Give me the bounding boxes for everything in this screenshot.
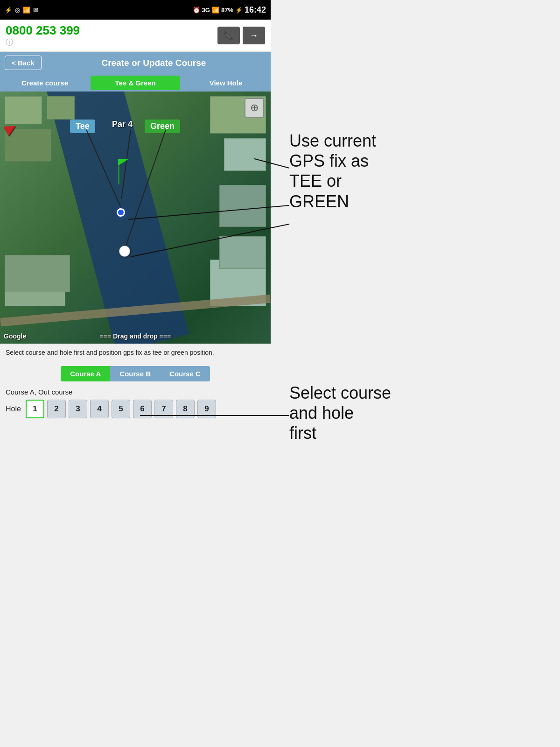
gps-fix-button[interactable]: ⊕ — [245, 98, 264, 118]
signal-icon: 📶 — [212, 7, 219, 14]
location-icon: ◎ — [15, 7, 20, 14]
tab-create-course[interactable]: Create course — [0, 74, 90, 92]
building-6 — [219, 185, 266, 227]
header-nav: < Back Create or Update Course — [0, 52, 271, 74]
hole-7-button[interactable]: 7 — [154, 400, 173, 418]
tab-bar: Create course Tee & Green View Hole — [0, 74, 271, 92]
hole-5-button[interactable]: 5 — [112, 400, 130, 418]
course-a-button[interactable]: Course A — [61, 366, 110, 381]
course-b-button[interactable]: Course B — [110, 366, 160, 381]
par-label: Par 4 — [112, 120, 133, 129]
hole-6-button[interactable]: 6 — [133, 400, 152, 418]
course-subtitle: Course A, Out course — [0, 385, 271, 397]
status-time: 16:42 — [245, 5, 266, 15]
call-button[interactable]: 📞 — [217, 27, 240, 44]
tab-view-hole[interactable]: View Hole — [181, 74, 271, 92]
hole-9-button[interactable]: 9 — [197, 400, 216, 418]
phone-container: ⚡ ◎ 📶 ✉ ⏰ 3G 📶 87% ⚡ 16:42 0800 253 399 … — [0, 0, 271, 425]
call-bar: 0800 253 399 ⓘ 📞 → — [0, 20, 271, 52]
tab-tee-green[interactable]: Tee & Green — [91, 76, 180, 90]
hole-selector: Hole 1 2 3 4 5 6 7 8 9 — [0, 397, 271, 425]
course-c-button[interactable]: Course C — [160, 366, 210, 381]
hole-2-button[interactable]: 2 — [47, 400, 66, 418]
google-logo: Google — [4, 332, 26, 340]
building-5 — [224, 138, 266, 171]
battery-icon: ⚡ — [235, 7, 243, 14]
green-label[interactable]: Green — [145, 120, 180, 133]
tee-label[interactable]: Tee — [70, 120, 95, 133]
drag-drop-label: === Drag and drop === — [100, 332, 171, 340]
map-area[interactable]: ▶ Tee Par 4 Green ⊕ Google === Drag and … — [0, 92, 271, 344]
status-icons-left: ⚡ ◎ 📶 ✉ — [5, 7, 38, 14]
select-annotation: Select courseand holefirst — [289, 383, 391, 444]
status-bar: ⚡ ◎ 📶 ✉ ⏰ 3G 📶 87% ⚡ 16:42 — [0, 0, 271, 20]
battery-label: 87% — [221, 7, 233, 14]
forward-button[interactable]: → — [243, 27, 265, 44]
call-buttons: 📞 → — [217, 27, 265, 44]
flag-pole — [118, 166, 119, 184]
hole-1-button[interactable]: 1 — [26, 400, 44, 418]
building-2 — [47, 96, 75, 120]
gps-annotation: Use currentGPS fix asTEE orGREEN — [289, 131, 376, 211]
building-9 — [5, 255, 70, 292]
flag-triangle — [118, 159, 128, 166]
hole-3-button[interactable]: 3 — [69, 400, 87, 418]
alarm-icon: ⏰ — [193, 7, 200, 14]
golf-ball-marker — [119, 246, 130, 257]
back-button[interactable]: < Back — [5, 56, 42, 70]
map-satellite — [0, 92, 271, 344]
status-icons-right: ⏰ 3G 📶 87% ⚡ 16:42 — [193, 5, 266, 15]
header-title: Create or Update Course — [42, 58, 266, 68]
phone-number: 0800 253 399 — [6, 23, 80, 38]
hole-4-button[interactable]: 4 — [90, 400, 109, 418]
building-10 — [219, 236, 266, 269]
hole-label: Hole — [6, 405, 21, 413]
wifi-icon: 📶 — [23, 7, 30, 14]
network-label: 3G — [202, 7, 210, 14]
email-icon: ✉ — [33, 7, 38, 14]
flag-marker — [114, 178, 128, 184]
info-text: Select course and hole first and positio… — [0, 344, 271, 362]
usb-icon: ⚡ — [5, 7, 12, 14]
info-icon: ⓘ — [6, 38, 13, 46]
hole-8-button[interactable]: 8 — [176, 400, 195, 418]
course-selector: Course A Course B Course C — [0, 362, 271, 385]
gps-dot-marker — [117, 208, 125, 217]
